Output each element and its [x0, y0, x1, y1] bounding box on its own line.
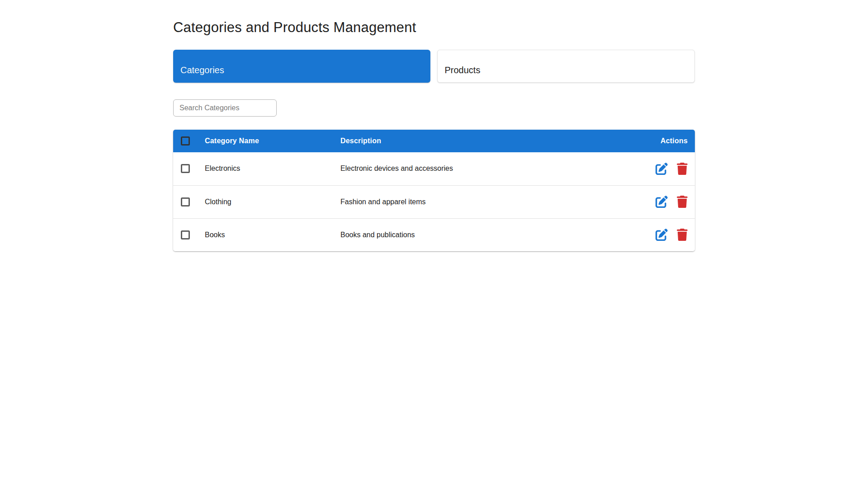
category-name-cell: Books — [198, 218, 333, 251]
search-row — [173, 99, 695, 117]
edit-button[interactable] — [656, 196, 668, 208]
trash-icon — [677, 235, 688, 242]
tab-products[interactable]: Products — [437, 50, 695, 83]
edit-pencil-square-icon — [656, 169, 668, 176]
page-title: Categories and Products Management — [173, 19, 695, 36]
trash-icon — [677, 202, 688, 209]
category-name-cell: Clothing — [198, 185, 333, 218]
header-checkbox-cell — [173, 130, 198, 152]
page-container: Categories and Products Management Categ… — [173, 0, 695, 251]
categories-table: Category Name Description Actions Electr… — [173, 130, 695, 251]
select-all-checkbox[interactable] — [181, 136, 190, 145]
tab-bar: Categories Products — [173, 50, 695, 83]
category-description-cell: Electronic devices and accessories — [333, 152, 618, 185]
delete-button[interactable] — [677, 229, 688, 241]
category-description-cell: Books and publications — [333, 218, 618, 251]
table-row: Books Books and publications — [173, 218, 695, 251]
edit-pencil-square-icon — [656, 235, 668, 242]
column-header-category-name: Category Name — [198, 130, 333, 152]
trash-icon — [677, 169, 688, 176]
edit-button[interactable] — [656, 163, 668, 175]
category-name-cell: Electronics — [198, 152, 333, 185]
row-checkbox[interactable] — [181, 197, 190, 206]
delete-button[interactable] — [677, 163, 688, 175]
delete-button[interactable] — [677, 196, 688, 208]
category-description-cell: Fashion and apparel items — [333, 185, 618, 218]
edit-pencil-square-icon — [656, 202, 668, 209]
categories-table-card: Category Name Description Actions Electr… — [173, 130, 695, 251]
row-checkbox[interactable] — [181, 164, 190, 173]
row-checkbox[interactable] — [181, 230, 190, 239]
column-header-description: Description — [333, 130, 618, 152]
search-input[interactable] — [173, 99, 277, 117]
edit-button[interactable] — [656, 229, 668, 241]
column-header-actions: Actions — [618, 130, 695, 152]
table-header-row: Category Name Description Actions — [173, 130, 695, 152]
table-row: Clothing Fashion and apparel items — [173, 185, 695, 218]
tab-categories[interactable]: Categories — [173, 50, 430, 83]
table-row: Electronics Electronic devices and acces… — [173, 152, 695, 185]
